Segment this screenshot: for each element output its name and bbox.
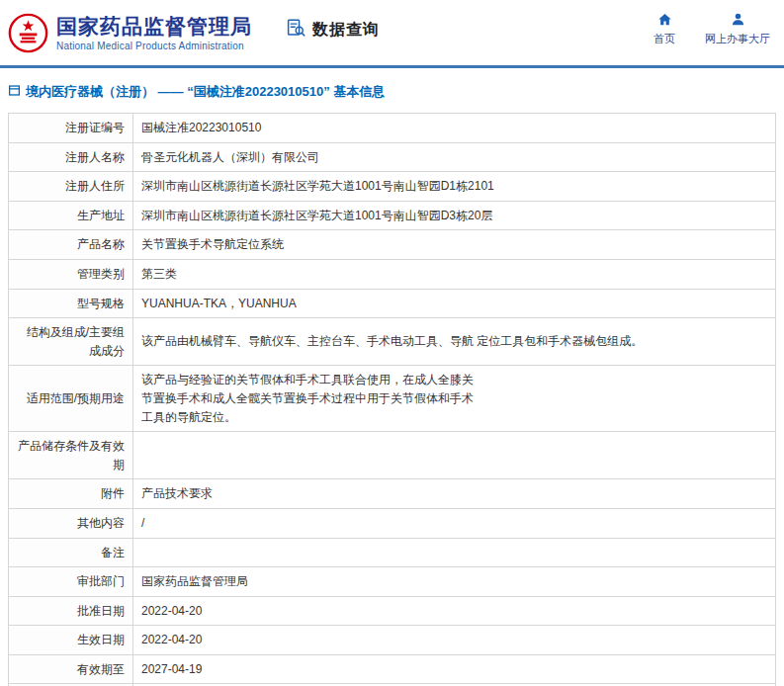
nav-online-hall[interactable]: 网上办事大厅 <box>705 12 770 46</box>
table-row: 生效日期2022-04-20 <box>9 626 776 655</box>
table-row: 批准日期2022-04-20 <box>9 596 776 626</box>
row-label: 审批部门 <box>9 567 133 597</box>
table-row: 适用范围/预期用途该产品与经验证的关节假体和手术工具联合使用，在成人全膝关 节置… <box>9 366 776 432</box>
row-label: 管理类别 <box>9 259 133 289</box>
row-label: 型号规格 <box>9 289 133 318</box>
table-row: 其他内容/ <box>9 508 776 538</box>
row-value: 国家药品监督管理局 <box>133 567 776 597</box>
table-row: 产品名称关节置换手术导航定位系统 <box>9 230 776 260</box>
row-value: 该产品由机械臂车、导航仪车、主控台车、手术电动工具、导航 定位工具包和手术器械包… <box>133 318 776 366</box>
row-value: 深圳市南山区桃源街道长源社区学苑大道1001号南山智园D1栋2101 <box>133 172 776 202</box>
agency-name-cn: 国家药品监督管理局 <box>56 14 252 39</box>
row-label: 批准日期 <box>9 596 133 626</box>
info-table-body: 注册证编号国械注准20223010510注册人名称骨圣元化机器人（深圳）有限公司… <box>9 114 776 686</box>
nav-home-label: 首页 <box>653 32 675 46</box>
table-row: 注册人名称骨圣元化机器人（深圳）有限公司 <box>9 142 776 172</box>
table-row: 备注 <box>9 538 776 567</box>
national-emblem-icon <box>8 12 48 54</box>
row-label: 注册人名称 <box>9 142 133 172</box>
top-nav: 首页 网上办事大厅 <box>653 12 770 46</box>
row-value <box>133 432 776 479</box>
module-data-query: 数据查询 <box>286 18 380 42</box>
row-label: 生产地址 <box>9 201 133 230</box>
row-value: 关节置换手术导航定位系统 <box>133 230 776 260</box>
row-label: 适用范围/预期用途 <box>9 366 133 432</box>
row-value <box>133 538 776 567</box>
row-value: 2022-04-20 <box>133 596 776 626</box>
table-row: 附件产品技术要求 <box>9 479 776 509</box>
row-label: 注册证编号 <box>9 114 133 143</box>
window-icon <box>8 84 21 100</box>
table-row: 管理类别第三类 <box>9 259 776 289</box>
row-label: 附件 <box>9 479 133 509</box>
table-row: 有效期至2027-04-19 <box>9 654 776 684</box>
row-value: 2022-04-20 <box>133 626 776 655</box>
row-value: / <box>133 508 776 538</box>
row-label: 结构及组成/主要组成成分 <box>9 318 133 366</box>
home-icon <box>657 12 672 29</box>
table-row: 型号规格YUANHUA-TKA，YUANHUA <box>9 289 776 318</box>
row-label: 有效期至 <box>9 654 133 684</box>
row-label: 其他内容 <box>9 508 133 538</box>
doc-search-icon <box>286 18 306 42</box>
table-row: 产品储存条件及有效期 <box>9 432 776 479</box>
page-header: 国家药品监督管理局 National Medical Products Admi… <box>0 0 784 65</box>
row-label: 生效日期 <box>9 626 133 655</box>
row-value: 该产品与经验证的关节假体和手术工具联合使用，在成人全膝关 节置换手术和成人全髋关… <box>133 366 776 432</box>
nav-home[interactable]: 首页 <box>653 12 675 46</box>
agency-name-en: National Medical Products Administration <box>56 41 252 51</box>
row-label: 产品储存条件及有效期 <box>9 432 133 479</box>
row-value: 2027-04-19 <box>133 654 776 684</box>
row-label: 产品名称 <box>9 230 133 260</box>
registration-info-table: 注册证编号国械注准20223010510注册人名称骨圣元化机器人（深圳）有限公司… <box>8 113 776 686</box>
table-row: 生产地址深圳市南山区桃源街道长源社区学苑大道1001号南山智园D3栋20层 <box>9 201 776 230</box>
breadcrumb: 境内医疗器械（注册） —— “国械注准20223010510” 基本信息 <box>0 68 784 113</box>
table-row: 结构及组成/主要组成成分该产品由机械臂车、导航仪车、主控台车、手术电动工具、导航… <box>9 318 776 366</box>
person-icon <box>731 12 745 29</box>
row-value: YUANHUA-TKA，YUANHUA <box>133 289 776 318</box>
nav-hall-label: 网上办事大厅 <box>705 32 770 46</box>
module-title: 数据查询 <box>312 20 380 41</box>
row-label: 备注 <box>9 538 133 567</box>
row-value: 第三类 <box>133 259 776 289</box>
agency-logo[interactable]: 国家药品监督管理局 National Medical Products Admi… <box>8 12 252 54</box>
table-row: 审批部门国家药品监督管理局 <box>9 567 776 597</box>
row-value: 深圳市南山区桃源街道长源社区学苑大道1001号南山智园D3栋20层 <box>133 201 776 230</box>
table-row: 注册证编号国械注准20223010510 <box>9 114 776 143</box>
breadcrumb-text: 境内医疗器械（注册） —— “国械注准20223010510” 基本信息 <box>26 83 385 101</box>
row-value: 骨圣元化机器人（深圳）有限公司 <box>133 142 776 172</box>
row-value: 国械注准20223010510 <box>133 114 776 143</box>
row-label: 注册人住所 <box>9 172 133 202</box>
table-row: 注册人住所深圳市南山区桃源街道长源社区学苑大道1001号南山智园D1栋2101 <box>9 172 776 202</box>
row-value: 产品技术要求 <box>133 479 776 509</box>
